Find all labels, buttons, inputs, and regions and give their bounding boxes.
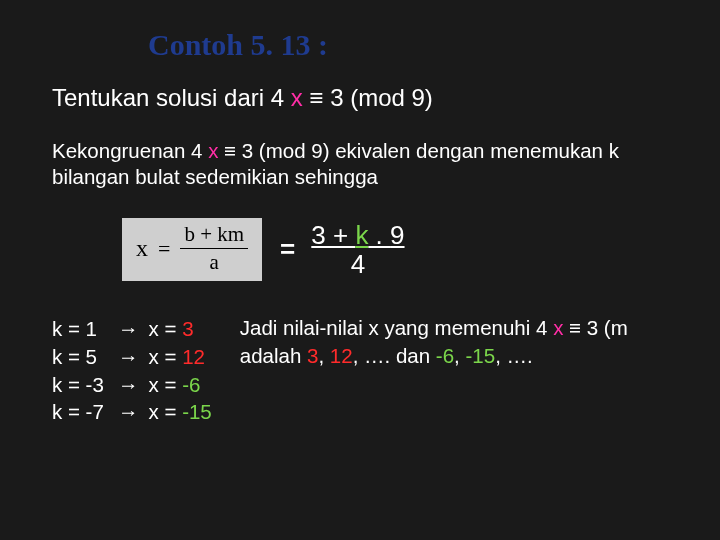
rhs-equals: =	[280, 234, 295, 265]
k-table: k = 1 → x = 3 k = 5 → x = 12 k = -3 → x …	[52, 315, 212, 426]
k-cell: k = -3	[52, 371, 108, 399]
formula-numerator: b + km	[180, 224, 248, 249]
concl-l1a: Jadi nilai-nilai x yang memenuhi 4	[240, 316, 553, 339]
arrow-icon: →	[118, 343, 139, 371]
concl-x: x	[553, 316, 563, 339]
concl-c4: , ….	[495, 344, 533, 367]
x-label: x = -6	[149, 371, 201, 399]
problem-suffix: ≡ 3 (mod 9)	[303, 84, 433, 111]
rhs-numerator: 3 + k . 9	[311, 222, 404, 249]
arrow-icon: →	[118, 371, 139, 399]
x-value: 3	[182, 317, 193, 340]
concl-c2: , …. dan	[353, 344, 436, 367]
arrow-icon: →	[118, 315, 139, 343]
conclusion-text: Jadi nilai-nilai x yang memenuhi 4 x ≡ 3…	[240, 315, 628, 369]
formula-row: x = b + km a = 3 + k . 9 4	[122, 218, 720, 281]
table-row: k = 5 → x = 12	[52, 343, 212, 371]
table-row: k = -7 → x = -15	[52, 398, 212, 426]
k-cell: k = 1	[52, 315, 108, 343]
bottom-section: k = 1 → x = 3 k = 5 → x = 12 k = -3 → x …	[52, 315, 720, 426]
table-row: k = 1 → x = 3	[52, 315, 212, 343]
formula-denominator: a	[210, 249, 219, 273]
rhs-num-dot: .	[368, 220, 390, 250]
expl-line2: bilangan bulat sedemikian sehingga	[52, 165, 378, 188]
concl-c1: ,	[318, 344, 329, 367]
table-row: k = -3 → x = -6	[52, 371, 212, 399]
slide-title: Contoh 5. 13 :	[148, 28, 720, 62]
concl-c3: ,	[454, 344, 465, 367]
problem-statement: Tentukan solusi dari 4 x ≡ 3 (mod 9)	[52, 84, 720, 112]
x-label: x = 12	[149, 343, 205, 371]
formula-x: x	[136, 235, 148, 262]
problem-x: x	[291, 84, 303, 111]
x-label: x = -15	[149, 398, 212, 426]
concl-n15: -15	[465, 344, 495, 367]
formula-fraction: b + km a	[180, 224, 248, 273]
explanation-text: Kekongruenan 4 x ≡ 3 (mod 9) ekivalen de…	[52, 138, 720, 190]
formula-equals: =	[158, 236, 170, 262]
expl-x: x	[208, 139, 218, 162]
slide: Contoh 5. 13 : Tentukan solusi dari 4 x …	[0, 0, 720, 540]
rhs-num-nine: 9	[390, 220, 404, 250]
concl-n6: -6	[436, 344, 454, 367]
arrow-icon: →	[118, 398, 139, 426]
problem-prefix: Tentukan solusi dari 4	[52, 84, 291, 111]
x-value: 12	[182, 345, 205, 368]
concl-p12: 12	[330, 344, 353, 367]
concl-l1b: ≡ 3 (m	[563, 316, 627, 339]
x-value: -6	[182, 373, 200, 396]
rhs-num-k: k	[355, 220, 368, 250]
expl-line1b: ≡ 3 (mod 9) ekivalen dengan menemukan k	[218, 139, 619, 162]
concl-l2a: adalah	[240, 344, 307, 367]
x-label: x = 3	[149, 315, 194, 343]
rhs-fraction: 3 + k . 9 4	[311, 222, 404, 279]
x-value: -15	[182, 400, 212, 423]
rhs-denominator: 4	[351, 251, 365, 278]
rhs-num-prefix: 3 +	[311, 220, 355, 250]
k-cell: k = -7	[52, 398, 108, 426]
k-cell: k = 5	[52, 343, 108, 371]
concl-p3: 3	[307, 344, 318, 367]
formula-box: x = b + km a	[122, 218, 262, 281]
expl-line1a: Kekongruenan 4	[52, 139, 208, 162]
rhs-expression: = 3 + k . 9 4	[280, 222, 404, 279]
